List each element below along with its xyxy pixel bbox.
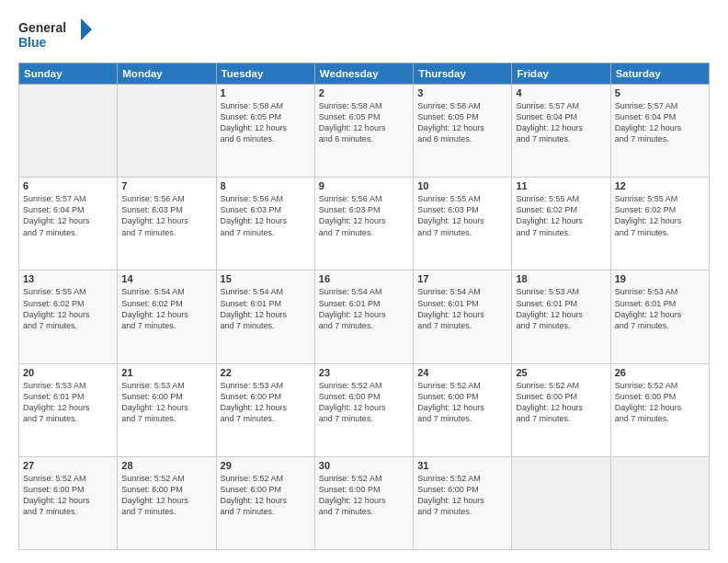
calendar-cell: 14Sunrise: 5:54 AM Sunset: 6:02 PM Dayli… (118, 270, 216, 363)
calendar-cell: 17Sunrise: 5:54 AM Sunset: 6:01 PM Dayli… (414, 270, 512, 363)
header-day-wednesday: Wednesday (314, 63, 413, 85)
day-info: Sunrise: 5:52 AM Sunset: 6:00 PM Dayligh… (417, 380, 507, 425)
day-info: Sunrise: 5:58 AM Sunset: 6:05 PM Dayligh… (417, 100, 507, 145)
day-number: 28 (121, 460, 211, 471)
day-number: 22 (221, 367, 311, 378)
svg-text:Blue: Blue (18, 35, 47, 50)
svg-marker-2 (81, 18, 92, 40)
day-info: Sunrise: 5:54 AM Sunset: 6:01 PM Dayligh… (417, 286, 507, 331)
svg-text:General: General (18, 20, 66, 35)
calendar-cell: 27Sunrise: 5:52 AM Sunset: 6:00 PM Dayli… (19, 456, 118, 549)
day-number: 26 (615, 367, 705, 378)
calendar-cell (118, 85, 216, 178)
day-number: 23 (319, 367, 409, 378)
day-info: Sunrise: 5:57 AM Sunset: 6:04 PM Dayligh… (615, 100, 705, 145)
calendar-cell: 24Sunrise: 5:52 AM Sunset: 6:00 PM Dayli… (414, 363, 512, 456)
calendar-cell: 8Sunrise: 5:56 AM Sunset: 6:03 PM Daylig… (216, 178, 314, 270)
calendar-cell: 6Sunrise: 5:57 AM Sunset: 6:04 PM Daylig… (19, 178, 118, 270)
day-number: 2 (319, 87, 409, 98)
day-number: 6 (23, 180, 113, 191)
day-info: Sunrise: 5:52 AM Sunset: 6:00 PM Dayligh… (23, 473, 113, 518)
calendar-cell: 30Sunrise: 5:52 AM Sunset: 6:00 PM Dayli… (314, 456, 413, 549)
day-info: Sunrise: 5:58 AM Sunset: 6:05 PM Dayligh… (319, 100, 409, 145)
calendar-cell: 25Sunrise: 5:52 AM Sunset: 6:00 PM Dayli… (512, 363, 610, 456)
week-row-1: 1Sunrise: 5:58 AM Sunset: 6:05 PM Daylig… (19, 85, 710, 178)
day-info: Sunrise: 5:52 AM Sunset: 6:00 PM Dayligh… (516, 380, 606, 425)
week-row-2: 6Sunrise: 5:57 AM Sunset: 6:04 PM Daylig… (19, 178, 710, 270)
header-day-friday: Friday (512, 63, 610, 85)
day-number: 3 (417, 87, 507, 98)
day-number: 29 (221, 460, 311, 471)
day-number: 20 (23, 367, 113, 378)
day-info: Sunrise: 5:55 AM Sunset: 6:02 PM Dayligh… (516, 193, 606, 238)
calendar-cell: 18Sunrise: 5:53 AM Sunset: 6:01 PM Dayli… (512, 270, 610, 363)
day-info: Sunrise: 5:52 AM Sunset: 6:00 PM Dayligh… (319, 380, 409, 425)
day-info: Sunrise: 5:55 AM Sunset: 6:02 PM Dayligh… (23, 286, 113, 331)
day-info: Sunrise: 5:53 AM Sunset: 6:01 PM Dayligh… (516, 286, 606, 331)
day-number: 15 (221, 273, 311, 284)
day-number: 27 (23, 460, 113, 471)
day-info: Sunrise: 5:54 AM Sunset: 6:02 PM Dayligh… (121, 286, 211, 331)
calendar-cell (610, 456, 709, 549)
day-info: Sunrise: 5:53 AM Sunset: 6:01 PM Dayligh… (615, 286, 705, 331)
day-number: 11 (516, 180, 606, 191)
calendar-cell: 22Sunrise: 5:53 AM Sunset: 6:00 PM Dayli… (216, 363, 314, 456)
calendar-cell: 7Sunrise: 5:56 AM Sunset: 6:03 PM Daylig… (118, 178, 216, 270)
header-day-sunday: Sunday (19, 63, 118, 85)
calendar-cell: 31Sunrise: 5:52 AM Sunset: 6:00 PM Dayli… (414, 456, 512, 549)
calendar-cell: 23Sunrise: 5:52 AM Sunset: 6:00 PM Dayli… (314, 363, 413, 456)
day-info: Sunrise: 5:52 AM Sunset: 6:00 PM Dayligh… (417, 473, 507, 518)
calendar-cell: 28Sunrise: 5:52 AM Sunset: 6:00 PM Dayli… (118, 456, 216, 549)
week-row-5: 27Sunrise: 5:52 AM Sunset: 6:00 PM Dayli… (19, 456, 710, 549)
day-number: 1 (221, 87, 311, 98)
calendar-table: SundayMondayTuesdayWednesdayThursdayFrid… (18, 63, 710, 550)
header: General Blue (18, 17, 710, 53)
day-info: Sunrise: 5:52 AM Sunset: 6:00 PM Dayligh… (221, 473, 311, 518)
calendar-cell: 10Sunrise: 5:55 AM Sunset: 6:03 PM Dayli… (414, 178, 512, 270)
day-info: Sunrise: 5:56 AM Sunset: 6:03 PM Dayligh… (221, 193, 311, 238)
day-info: Sunrise: 5:53 AM Sunset: 6:01 PM Dayligh… (23, 380, 113, 425)
logo: General Blue (18, 17, 92, 53)
header-day-saturday: Saturday (610, 63, 709, 85)
calendar-cell: 20Sunrise: 5:53 AM Sunset: 6:01 PM Dayli… (19, 363, 118, 456)
header-day-thursday: Thursday (414, 63, 512, 85)
calendar-cell: 5Sunrise: 5:57 AM Sunset: 6:04 PM Daylig… (610, 85, 709, 178)
header-day-monday: Monday (118, 63, 216, 85)
calendar-cell: 15Sunrise: 5:54 AM Sunset: 6:01 PM Dayli… (216, 270, 314, 363)
calendar-cell (19, 85, 118, 178)
calendar-cell: 19Sunrise: 5:53 AM Sunset: 6:01 PM Dayli… (610, 270, 709, 363)
day-number: 4 (516, 87, 606, 98)
day-number: 25 (516, 367, 606, 378)
calendar-cell: 21Sunrise: 5:53 AM Sunset: 6:00 PM Dayli… (118, 363, 216, 456)
calendar-cell: 2Sunrise: 5:58 AM Sunset: 6:05 PM Daylig… (314, 85, 413, 178)
calendar-cell: 9Sunrise: 5:56 AM Sunset: 6:03 PM Daylig… (314, 178, 413, 270)
day-number: 24 (417, 367, 507, 378)
day-number: 10 (417, 180, 507, 191)
calendar-cell: 1Sunrise: 5:58 AM Sunset: 6:05 PM Daylig… (216, 85, 314, 178)
calendar-page: General Blue SundayMondayTuesdayWednesda… (0, 0, 728, 563)
day-info: Sunrise: 5:55 AM Sunset: 6:02 PM Dayligh… (615, 193, 705, 238)
calendar-cell: 16Sunrise: 5:54 AM Sunset: 6:01 PM Dayli… (314, 270, 413, 363)
day-number: 12 (615, 180, 705, 191)
day-number: 7 (121, 180, 211, 191)
day-number: 16 (319, 273, 409, 284)
day-info: Sunrise: 5:54 AM Sunset: 6:01 PM Dayligh… (319, 286, 409, 331)
day-number: 19 (615, 273, 705, 284)
calendar-cell: 4Sunrise: 5:57 AM Sunset: 6:04 PM Daylig… (512, 85, 610, 178)
day-info: Sunrise: 5:53 AM Sunset: 6:00 PM Dayligh… (221, 380, 311, 425)
day-info: Sunrise: 5:57 AM Sunset: 6:04 PM Dayligh… (23, 193, 113, 238)
header-row: SundayMondayTuesdayWednesdayThursdayFrid… (19, 63, 710, 85)
week-row-3: 13Sunrise: 5:55 AM Sunset: 6:02 PM Dayli… (19, 270, 710, 363)
calendar-cell: 3Sunrise: 5:58 AM Sunset: 6:05 PM Daylig… (414, 85, 512, 178)
day-number: 5 (615, 87, 705, 98)
week-row-4: 20Sunrise: 5:53 AM Sunset: 6:01 PM Dayli… (19, 363, 710, 456)
logo-svg: General Blue (18, 17, 92, 53)
day-number: 21 (121, 367, 211, 378)
day-number: 9 (319, 180, 409, 191)
day-info: Sunrise: 5:58 AM Sunset: 6:05 PM Dayligh… (221, 100, 311, 145)
day-info: Sunrise: 5:52 AM Sunset: 6:00 PM Dayligh… (121, 473, 211, 518)
calendar-cell: 12Sunrise: 5:55 AM Sunset: 6:02 PM Dayli… (610, 178, 709, 270)
day-info: Sunrise: 5:54 AM Sunset: 6:01 PM Dayligh… (221, 286, 311, 331)
day-info: Sunrise: 5:57 AM Sunset: 6:04 PM Dayligh… (516, 100, 606, 145)
day-info: Sunrise: 5:56 AM Sunset: 6:03 PM Dayligh… (319, 193, 409, 238)
